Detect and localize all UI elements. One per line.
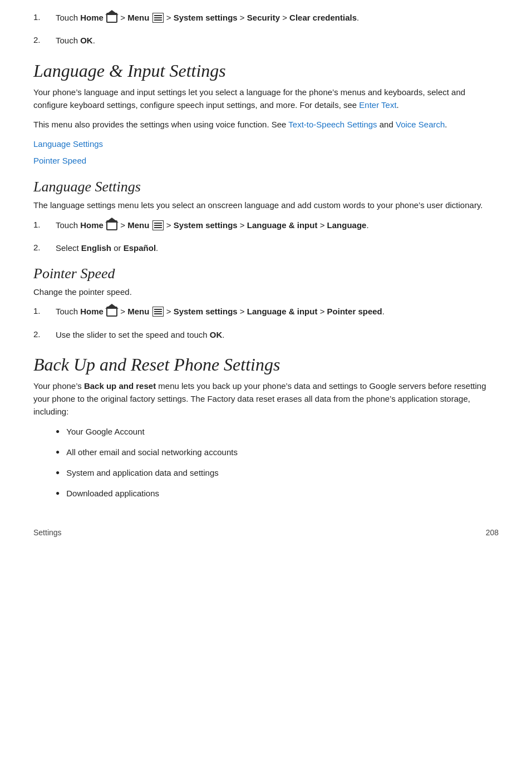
pointer-home-icon — [106, 307, 117, 317]
lang-step-2: 2. Select English or Español. — [33, 241, 499, 254]
lang-step1-bold3: Language — [327, 220, 367, 230]
step-1-arrow2: > — [166, 13, 174, 22]
lang-step1-before: Touch — [56, 220, 80, 230]
pointer-step1-home: Home — [80, 307, 104, 316]
lang-input-heading: Language & Input Settings — [33, 61, 499, 81]
bullet-item-2: All other email and social networking ac… — [56, 446, 499, 458]
lang-step2-or: or — [111, 243, 124, 253]
lang-menu-icon — [152, 220, 164, 230]
pointer-step1-menu: Menu — [127, 307, 149, 316]
backup-body-before: Your phone’s — [33, 381, 84, 391]
backup-body-bold: Back up and reset — [84, 381, 156, 391]
pointer-step1-arrow3: > — [240, 307, 247, 316]
tts-settings-link[interactable]: Text-to-Speech Settings — [288, 120, 377, 129]
lang-body2-text: This menu also provides the settings whe… — [33, 120, 288, 129]
bullet-item-1-text: Your Google Account — [66, 425, 144, 438]
home-icon — [106, 13, 117, 23]
pointer-step1-arrow4: > — [320, 307, 327, 316]
step-2-period: . — [93, 36, 95, 45]
lang-step2-bold1: English — [81, 243, 111, 253]
pointer-step1-arrow1: > — [120, 307, 127, 316]
page-footer: Settings 208 — [33, 522, 499, 537]
lang-step-1-content: Touch Home > Menu > System settings > La… — [56, 219, 499, 231]
pointer-step1-after: . — [382, 307, 385, 316]
step-1-content: Touch Home > Menu > System settings > Se… — [56, 11, 499, 24]
step-1-arrow4: > — [282, 13, 289, 22]
lang-step1-menu: Menu — [127, 220, 149, 230]
pointer-speed-body: Change the pointer speed. — [33, 285, 499, 298]
step-2-bold: OK — [80, 36, 93, 45]
lang-input-body1: Your phone’s language and input settings… — [33, 86, 499, 112]
pointer-step2-after: . — [222, 330, 224, 339]
lang-step1-after: . — [366, 220, 368, 230]
step-1-menu-label: Menu — [127, 13, 149, 22]
language-settings-link[interactable]: Language Settings — [33, 137, 499, 151]
bullet-item-3-text: System and application data and settings — [66, 466, 219, 479]
pointer-step1-bold1: System settings — [174, 307, 238, 316]
bullet-item-3: System and application data and settings — [56, 466, 499, 479]
lang-step1-bold2: Language & input — [247, 220, 318, 230]
pointer-step1-before: Touch — [56, 307, 80, 316]
lang-settings-body: The language settings menu lets you sele… — [33, 199, 499, 211]
lang-step-1: 1. Touch Home > Menu > System settings >… — [33, 219, 499, 231]
lang-body2-after: . — [445, 120, 447, 129]
lang-step1-arrow2: > — [166, 220, 174, 230]
bullet-item-4-text: Downloaded applications — [66, 487, 159, 500]
lang-step1-arrow4: > — [320, 220, 327, 230]
lang-step2-bold2: Español — [124, 243, 156, 253]
pointer-step-1-num: 1. — [33, 305, 56, 318]
lang-home-icon — [106, 220, 117, 230]
lang-step2-text: Select — [56, 243, 81, 253]
lang-settings-heading: Language Settings — [33, 179, 499, 195]
step-2-number: 2. — [33, 34, 56, 47]
pointer-step-1: 1. Touch Home > Menu > System settings >… — [33, 305, 499, 318]
lang-step-2-num: 2. — [33, 241, 56, 254]
pointer-step1-bold2: Language & input — [247, 307, 318, 316]
pointer-speed-heading: Pointer Speed — [33, 265, 499, 282]
step-1-period: . — [357, 13, 359, 22]
bullet-item-4: Downloaded applications — [56, 487, 499, 500]
pointer-step1-bold3: Pointer speed — [327, 307, 382, 316]
backup-reset-heading: Back Up and Reset Phone Settings — [33, 354, 499, 375]
lang-body1-after: . — [397, 100, 399, 110]
lang-step1-arrow3: > — [240, 220, 247, 230]
step-1-bold3: Clear credentials — [289, 13, 357, 22]
lang-input-body2: This menu also provides the settings whe… — [33, 118, 499, 131]
step-1-arrow3: > — [240, 13, 247, 22]
menu-icon — [152, 13, 164, 23]
lang-step-1-num: 1. — [33, 219, 56, 231]
step-2: 2. Touch OK. — [33, 34, 499, 47]
lang-step1-arrow1: > — [120, 220, 127, 230]
backup-body: Your phone’s Back up and reset menu lets… — [33, 379, 499, 418]
step-1-bold1: System settings — [174, 13, 238, 22]
pointer-step-2-content: Use the slider to set the speed and touc… — [56, 328, 499, 341]
lang-step-2-content: Select English or Español. — [56, 241, 499, 254]
pointer-step2-text: Use the slider to set the speed and touc… — [56, 330, 210, 339]
lang-step1-home: Home — [80, 220, 104, 230]
step-1-text-before: Touch — [56, 13, 80, 22]
step-1-arrow1: > — [120, 13, 127, 22]
pointer-menu-icon — [152, 307, 164, 317]
pointer-step-2-num: 2. — [33, 328, 56, 341]
pointer-speed-link[interactable]: Pointer Speed — [33, 154, 499, 167]
lang-step1-bold1: System settings — [174, 220, 238, 230]
backup-bullet-list: Your Google Account All other email and … — [56, 425, 499, 500]
step-2-text-before: Touch — [56, 36, 80, 45]
step-1-number: 1. — [33, 11, 56, 24]
enter-text-link[interactable]: Enter Text — [359, 100, 396, 110]
step-1-home-label: Home — [80, 13, 104, 22]
lang-body2-mid: and — [377, 120, 396, 129]
pointer-step2-bold: OK — [210, 330, 223, 339]
pointer-step-2: 2. Use the slider to set the speed and t… — [33, 328, 499, 341]
voice-search-link[interactable]: Voice Search — [396, 120, 445, 129]
pointer-step1-arrow2: > — [166, 307, 174, 316]
bullet-item-2-text: All other email and social networking ac… — [66, 446, 238, 458]
footer-left: Settings — [33, 528, 62, 537]
pointer-step-1-content: Touch Home > Menu > System settings > La… — [56, 305, 499, 318]
lang-step2-after: . — [156, 243, 158, 253]
step-1-bold2: Security — [247, 13, 280, 22]
step-2-content: Touch OK. — [56, 34, 499, 47]
lang-body1-text: Your phone’s language and input settings… — [33, 87, 465, 110]
step-1: 1. Touch Home > Menu > System settings >… — [33, 11, 499, 24]
bullet-item-1: Your Google Account — [56, 425, 499, 438]
